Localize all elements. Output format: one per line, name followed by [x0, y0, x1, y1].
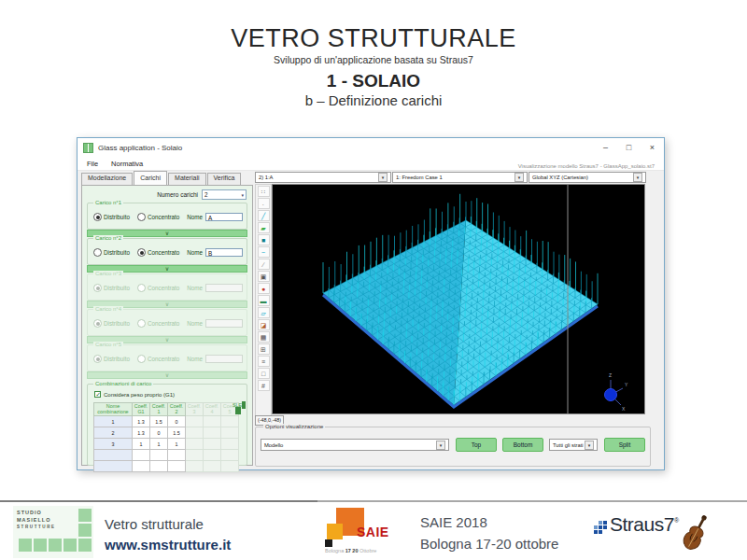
cell-name[interactable] — [94, 450, 133, 461]
close-button[interactable]: × — [641, 138, 664, 157]
nome-input[interactable] — [205, 284, 243, 292]
plate-attr-icon[interactable]: ▱ — [258, 307, 270, 318]
brand-url[interactable]: www.smstrutture.it — [105, 535, 231, 555]
menu-item-normativa[interactable]: Normativa — [105, 160, 149, 168]
distribuito-label: Distribuito — [104, 249, 130, 256]
cell-c4[interactable] — [204, 461, 221, 472]
brick-tool-icon[interactable]: ■ — [258, 234, 270, 245]
concentrato-radio[interactable] — [137, 319, 146, 328]
cell-c4[interactable] — [204, 416, 221, 427]
grid-tool-icon[interactable]: ⊞ — [258, 343, 270, 355]
cell-c5[interactable] — [221, 450, 239, 461]
cell-c2[interactable] — [168, 450, 186, 461]
cell-g1[interactable] — [133, 461, 150, 472]
cell-name[interactable]: 3 — [94, 439, 133, 450]
cell-c4[interactable] — [204, 427, 221, 439]
nome-input[interactable] — [205, 355, 243, 363]
model-view-select[interactable]: Modello▾ — [261, 439, 449, 451]
beam-attr-icon[interactable]: ▬ — [258, 295, 270, 306]
load-group-title: Carico n°4 — [93, 306, 123, 312]
distribuito-radio[interactable] — [93, 284, 102, 292]
cell-name[interactable]: 1 — [94, 416, 133, 427]
cell-name[interactable] — [94, 461, 133, 472]
cell-c4[interactable] — [204, 450, 221, 461]
cell-c2[interactable]: 1.5 — [168, 427, 186, 439]
distribuito-radio[interactable] — [93, 213, 102, 221]
bottom-button[interactable]: Bottom — [502, 438, 543, 452]
layers-select[interactable]: Tutti gli strati▾ — [549, 439, 598, 451]
nome-input[interactable]: B — [205, 248, 243, 257]
distribuito-radio[interactable] — [93, 248, 102, 257]
peso-proprio-checkbox[interactable] — [94, 391, 101, 398]
cell-c1[interactable]: 0 — [150, 427, 168, 439]
nome-input[interactable]: A — [205, 213, 243, 221]
concentrato-radio[interactable] — [137, 355, 146, 363]
layer-tool-icon[interactable]: □ — [258, 368, 270, 379]
sle-checkbox[interactable] — [244, 401, 246, 409]
sle-checkbox[interactable] — [239, 407, 241, 414]
window-select[interactable]: 2) 1:A▾ — [255, 172, 391, 183]
deck-title: VETRO STRUTTURALE — [0, 24, 747, 53]
cell-c3[interactable] — [186, 450, 204, 461]
tab-materiali[interactable]: Materiali — [168, 173, 205, 185]
cell-c5[interactable] — [221, 461, 239, 472]
cell-c1[interactable] — [150, 461, 168, 472]
cell-c2[interactable]: 1 — [168, 439, 186, 450]
cell-name[interactable]: 2 — [94, 427, 133, 439]
concentrato-radio[interactable] — [137, 284, 146, 292]
select-tool-icon[interactable]: ∷ — [258, 186, 270, 197]
top-button[interactable]: Top — [456, 438, 497, 452]
slide: VETRO STRUTTURALE Sviluppo di un'applica… — [0, 0, 747, 560]
load-group-5: Carico n°5DistribuitoConcentratoNome — [87, 344, 247, 371]
coordinate-system-select[interactable]: Global XYZ (Cartesian)▾ — [529, 172, 646, 183]
copy-tool-icon[interactable]: ▦ — [258, 331, 270, 343]
cell-c3[interactable] — [186, 461, 204, 472]
plate-tool-icon[interactable]: ▰ — [258, 222, 270, 233]
cell-g1[interactable]: 1 — [133, 439, 150, 450]
maximize-button[interactable]: □ — [617, 138, 641, 157]
cell-c3[interactable] — [186, 427, 204, 439]
link-tool-icon[interactable]: ~ — [258, 246, 270, 258]
cell-c2[interactable]: 0 — [168, 416, 186, 427]
cell-c3[interactable] — [186, 439, 204, 450]
cell-c5[interactable] — [221, 427, 239, 439]
concentrato-radio[interactable] — [137, 248, 146, 257]
cell-c4[interactable] — [204, 439, 221, 450]
expand-bar[interactable]: ∨ — [87, 371, 247, 379]
cell-c5[interactable] — [221, 439, 239, 450]
concentrato-label: Concentrato — [148, 320, 179, 327]
tab-modellazione[interactable]: Modellazione — [81, 173, 133, 185]
split-button[interactable]: Split — [604, 438, 645, 452]
cell-c1[interactable]: 1.5 — [150, 416, 168, 427]
model-viewport[interactable]: ZYX — [272, 184, 645, 414]
node-attr-icon[interactable]: ● — [258, 283, 270, 294]
title-bar[interactable]: Glass application - Solaio – □ × — [78, 138, 664, 157]
distribuito-radio[interactable] — [93, 355, 102, 363]
cell-g1[interactable] — [133, 450, 150, 461]
cell-c2[interactable] — [168, 461, 186, 472]
cell-c1[interactable]: 1 — [150, 439, 168, 450]
minimize-button[interactable]: – — [594, 138, 617, 157]
beam-tool-icon[interactable]: ╱ — [258, 210, 270, 221]
cell-c3[interactable] — [186, 416, 204, 427]
nome-input[interactable] — [205, 319, 243, 328]
cell-g1[interactable]: 1.3 — [133, 427, 150, 439]
select-node-icon[interactable]: ▣ — [258, 271, 270, 282]
node-tool-icon[interactable]: ∙ — [258, 198, 270, 209]
cell-c5[interactable] — [221, 416, 239, 427]
zoom-tool-icon[interactable]: # — [258, 380, 270, 391]
tab-verifica[interactable]: Verifica — [207, 173, 242, 185]
logo-line: STRUTTURE — [17, 525, 56, 531]
menu-item-file[interactable]: File — [80, 160, 105, 168]
concentrato-radio[interactable] — [137, 213, 146, 221]
freedom-case-select[interactable]: 1: Freedom Case 1▾ — [392, 172, 528, 183]
cell-g1[interactable]: 1.3 — [133, 416, 150, 427]
cut-plane-icon[interactable]: ∕ — [258, 259, 270, 270]
mesh-tool-icon[interactable]: ≡ — [258, 356, 270, 367]
event-title: SAIE 2018 — [420, 512, 558, 534]
tab-carichi[interactable]: Carichi — [134, 171, 167, 185]
numero-carichi-select[interactable]: 2▾ — [202, 189, 247, 200]
distribuito-radio[interactable] — [93, 319, 102, 328]
brick-attr-icon[interactable]: ◪ — [258, 319, 270, 330]
cell-c1[interactable] — [150, 450, 168, 461]
